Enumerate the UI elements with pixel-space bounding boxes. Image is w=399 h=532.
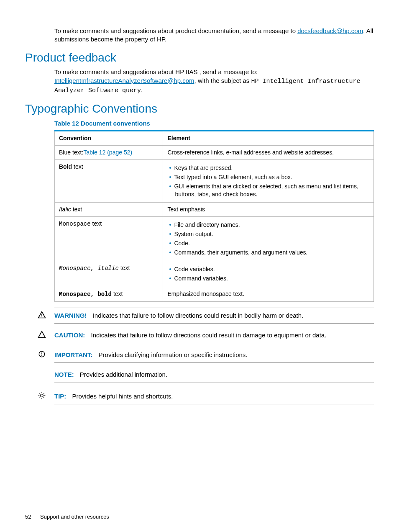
- italic-after: text: [71, 206, 82, 213]
- docsfeedback-link[interactable]: docsfeedback@hp.com: [297, 27, 363, 34]
- blue-text-label: Blue text:: [59, 149, 83, 156]
- product-feedback-heading: Product feedback: [25, 50, 374, 66]
- important-admonition: IMPORTANT: Provides clarifying informati…: [54, 347, 374, 363]
- svg-line-13: [43, 393, 44, 394]
- footer-section: Support and other resources: [40, 514, 109, 520]
- list-item: Code.: [175, 239, 369, 247]
- important-text: Provides clarifying information or speci…: [99, 351, 248, 358]
- th-element: Element: [163, 131, 374, 146]
- mono-label: Monospace: [59, 221, 91, 227]
- intro-paragraph: To make comments and suggestions about p…: [54, 27, 374, 44]
- typographic-heading: Typographic Conventions: [25, 101, 374, 117]
- table-row: Bold text Keys that are pressed. Text ty…: [55, 159, 374, 203]
- tip-label: TIP:: [54, 393, 66, 400]
- important-icon: [38, 350, 46, 358]
- intro-text-a: To make comments and suggestions about p…: [54, 27, 297, 34]
- r2-list: Keys that are pressed. Text typed into a…: [167, 164, 369, 198]
- warning-admonition: WARNING! Indicates that failure to follo…: [54, 308, 374, 324]
- note-admonition: NOTE: Provides additional information.: [54, 367, 374, 383]
- r4-list: File and directory names. System output.…: [167, 221, 369, 257]
- svg-point-4: [41, 355, 42, 356]
- list-item: Keys that are pressed.: [175, 164, 369, 172]
- mono-bold-label: Monospace, bold: [59, 291, 112, 298]
- caution-icon: [38, 330, 46, 339]
- list-item: File and directory names.: [175, 221, 369, 229]
- list-item: Command variables.: [175, 275, 369, 283]
- tip-icon: [38, 391, 46, 400]
- th-convention: Convention: [55, 131, 163, 146]
- svg-line-11: [43, 397, 44, 398]
- important-label: IMPORTANT:: [54, 351, 92, 358]
- mono-bold-after: text: [112, 290, 123, 297]
- table-header-row: Convention Element: [55, 131, 374, 146]
- bold-label: Bold: [59, 163, 72, 170]
- warning-text: Indicates that failure to follow directi…: [93, 312, 304, 319]
- note-text: Provides additional information.: [80, 371, 167, 378]
- iias-email-link[interactable]: IntelligentInfrastructureAnalyzerSoftwar…: [54, 77, 194, 84]
- list-item: Code variables.: [175, 265, 369, 273]
- warning-label: WARNING!: [54, 312, 87, 319]
- page-footer: 52 Support and other resources: [25, 513, 374, 521]
- page-number: 52: [25, 513, 31, 521]
- mono-italic-after: text: [119, 265, 130, 271]
- mono-after: text: [91, 220, 102, 227]
- pf-text-a: To make comments and suggestions about H…: [54, 68, 258, 75]
- note-label: NOTE:: [54, 371, 74, 378]
- r3-elem: Text emphasis: [163, 203, 374, 217]
- tip-admonition: TIP: Provides helpful hints and shortcut…: [54, 389, 374, 404]
- svg-line-12: [39, 397, 40, 398]
- conventions-table: Convention Element Blue text:Table 12 (p…: [54, 130, 374, 301]
- svg-point-5: [41, 394, 43, 397]
- r1-elem: Cross-reference links, e-mail addresses …: [163, 145, 374, 159]
- mono-italic-label: Monospace, italic: [59, 265, 119, 272]
- table-row: Blue text:Table 12 (page 52) Cross-refer…: [55, 145, 374, 159]
- product-feedback-body: To make comments and suggestions about H…: [54, 68, 374, 95]
- bold-after: text: [72, 163, 83, 170]
- tip-text: Provides helpful hints and shortcuts.: [72, 393, 173, 400]
- table-row: Italic text Text emphasis: [55, 203, 374, 217]
- r5-list: Code variables. Command variables.: [167, 265, 369, 283]
- caution-admonition: CAUTION: Indicates that failure to follo…: [54, 328, 374, 343]
- warning-icon: [38, 311, 46, 319]
- table-12-title: Table 12 Document conventions: [54, 119, 374, 128]
- pf-text-c: .: [141, 86, 143, 93]
- list-item: GUI elements that are clicked or selecte…: [175, 182, 369, 198]
- list-item: Commands, their arguments, and argument …: [175, 249, 369, 257]
- table-row: Monospace text File and directory names.…: [55, 217, 374, 261]
- pf-text-b: , with the subject as: [194, 77, 251, 84]
- caution-label: CAUTION:: [54, 332, 85, 339]
- r6-elem: Emphasized monospace text.: [163, 287, 374, 301]
- italic-label: Italic: [59, 206, 71, 213]
- list-item: Text typed into a GUI element, such as a…: [175, 173, 369, 181]
- table-row: Monospace, bold text Emphasized monospac…: [55, 287, 374, 301]
- svg-point-1: [41, 316, 42, 317]
- caution-text: Indicates that failure to follow directi…: [91, 332, 327, 339]
- svg-line-10: [39, 393, 40, 394]
- list-item: System output.: [175, 230, 369, 238]
- table-row: Monospace, italic text Code variables. C…: [55, 261, 374, 287]
- xref-table12[interactable]: Table 12 (page 52): [83, 149, 132, 156]
